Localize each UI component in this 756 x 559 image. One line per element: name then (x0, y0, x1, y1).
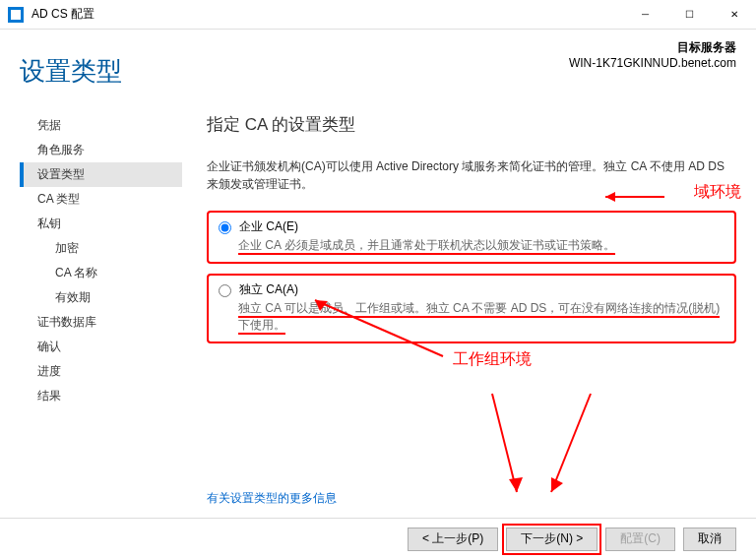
more-info-link[interactable]: 有关设置类型的更多信息 (207, 490, 337, 507)
option-enterprise-ca[interactable]: 企业 CA(E) (219, 218, 724, 235)
content-heading: 指定 CA 的设置类型 (207, 113, 736, 136)
app-icon (8, 7, 24, 23)
annotation-workgroup-env: 工作组环境 (453, 349, 532, 370)
cancel-button[interactable]: 取消 (683, 528, 736, 551)
sidebar-item-setup-type[interactable]: 设置类型 (20, 162, 182, 187)
option-standalone-ca-label: 独立 CA(A) (239, 281, 298, 298)
maximize-button[interactable]: ☐ (667, 0, 712, 30)
content: 指定 CA 的设置类型 企业证书颁发机构(CA)可以使用 Active Dire… (182, 103, 736, 517)
arrow-icon (546, 389, 605, 497)
window-title: AD CS 配置 (32, 6, 623, 23)
svg-line-6 (551, 394, 591, 492)
sidebar-item-ca-name[interactable]: CA 名称 (20, 261, 182, 285)
target-server-value: WIN-1K71GKINNUD.benet.com (569, 56, 736, 70)
option-standalone-ca-box: 独立 CA(A) 独立 CA 可以是成员、工作组或域。独立 CA 不需要 AD … (207, 274, 736, 343)
footer: < 上一步(P) 下一步(N) > 配置(C) 取消 (0, 518, 756, 559)
arrow-icon (487, 389, 546, 497)
svg-marker-5 (509, 477, 523, 492)
sidebar-item-confirm[interactable]: 确认 (20, 335, 182, 359)
option-standalone-ca[interactable]: 独立 CA(A) (219, 281, 724, 298)
svg-line-2 (315, 300, 443, 356)
target-server-info: 目标服务器 WIN-1K71GKINNUD.benet.com (569, 39, 736, 103)
sidebar-item-role-services[interactable]: 角色服务 (20, 138, 182, 162)
minimize-button[interactable]: ─ (623, 0, 667, 30)
sidebar: 凭据 角色服务 设置类型 CA 类型 私钥 加密 CA 名称 有效期 证书数据库… (20, 103, 182, 517)
option-enterprise-ca-desc: 企业 CA 必须是域成员，并且通常处于联机状态以颁发证书或证书策略。 (238, 237, 724, 254)
close-button[interactable]: ✕ (712, 0, 756, 30)
next-button[interactable]: 下一步(N) > (506, 528, 598, 551)
arrow-icon (605, 187, 674, 207)
title-bar: AD CS 配置 ─ ☐ ✕ (0, 0, 756, 30)
prev-button[interactable]: < 上一步(P) (408, 528, 498, 551)
option-enterprise-ca-box: 企业 CA(E) 企业 CA 必须是域成员，并且通常处于联机状态以颁发证书或证书… (207, 211, 736, 264)
radio-enterprise-ca[interactable] (219, 221, 231, 234)
svg-line-4 (492, 394, 517, 492)
main: 凭据 角色服务 设置类型 CA 类型 私钥 加密 CA 名称 有效期 证书数据库… (0, 103, 756, 517)
sidebar-item-cert-database[interactable]: 证书数据库 (20, 310, 182, 335)
page-title: 设置类型 (20, 54, 122, 103)
arrow-icon (310, 295, 448, 364)
sidebar-item-validity[interactable]: 有效期 (20, 285, 182, 310)
header: 设置类型 目标服务器 WIN-1K71GKINNUD.benet.com (0, 30, 756, 103)
sidebar-item-private-key[interactable]: 私钥 (20, 212, 182, 236)
radio-standalone-ca[interactable] (219, 284, 231, 297)
sidebar-item-result[interactable]: 结果 (20, 384, 182, 408)
sidebar-item-ca-type[interactable]: CA 类型 (20, 187, 182, 212)
configure-button[interactable]: 配置(C) (605, 528, 675, 551)
sidebar-item-credentials[interactable]: 凭据 (20, 113, 182, 138)
sidebar-item-progress[interactable]: 进度 (20, 359, 182, 384)
sidebar-item-encryption[interactable]: 加密 (20, 236, 182, 261)
annotation-domain-env: 域环境 (694, 182, 741, 203)
option-enterprise-ca-label: 企业 CA(E) (239, 218, 298, 235)
svg-marker-1 (605, 192, 615, 202)
target-server-label: 目标服务器 (569, 39, 736, 56)
